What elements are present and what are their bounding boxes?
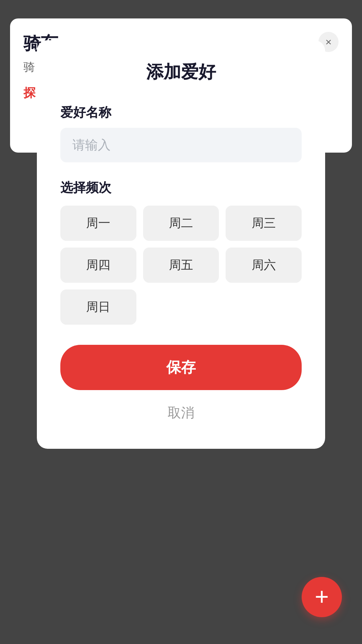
frequency-section: 选择频次 周一 周二 周三 周四 周五 周六 周日: [60, 179, 302, 325]
day-button-mon[interactable]: 周一: [60, 206, 136, 241]
day-button-tue[interactable]: 周二: [143, 206, 219, 241]
add-hobby-modal: 添加爱好 爱好名称 选择频次 周一 周二 周三 周四 周五 周六 周日 保存 取…: [37, 40, 325, 449]
day-button-sun[interactable]: 周日: [60, 289, 136, 325]
frequency-label: 选择频次: [60, 179, 302, 196]
hobby-name-label: 爱好名称: [60, 104, 302, 121]
day-button-sat[interactable]: 周六: [226, 248, 302, 283]
modal-overlay: 添加爱好 爱好名称 选择频次 周一 周二 周三 周四 周五 周六 周日 保存 取…: [0, 0, 362, 644]
cancel-button[interactable]: 取消: [60, 400, 302, 425]
day-grid: 周一 周二 周三 周四 周五 周六 周日: [60, 206, 302, 325]
day-button-thu[interactable]: 周四: [60, 248, 136, 283]
day-button-fri[interactable]: 周五: [143, 248, 219, 283]
save-button[interactable]: 保存: [60, 345, 302, 390]
hobby-name-section: 爱好名称: [60, 104, 302, 162]
day-button-wed[interactable]: 周三: [226, 206, 302, 241]
modal-title: 添加爱好: [60, 60, 302, 84]
hobby-name-input[interactable]: [60, 128, 302, 162]
